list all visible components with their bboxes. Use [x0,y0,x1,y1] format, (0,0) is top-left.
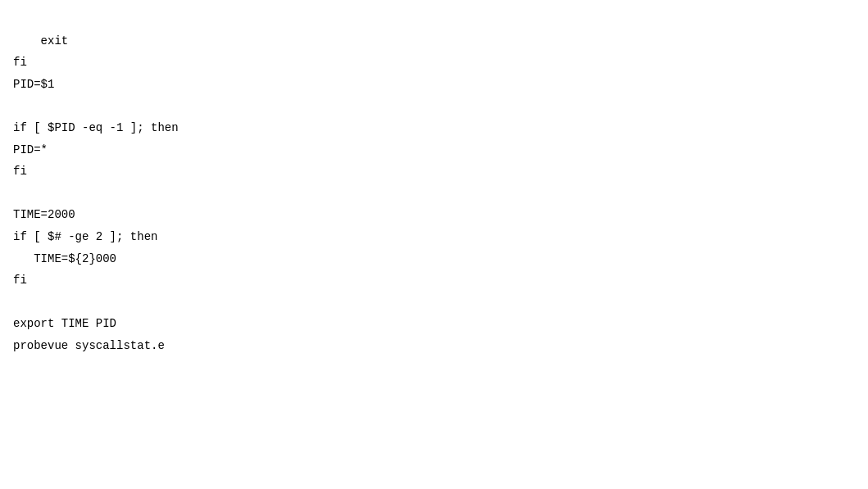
code-line: if [ $# -ge 2 ]; then [13,226,855,248]
code-line [13,183,855,205]
code-editor: exitfiPID=$1 if [ $PID -eq -1 ]; thenPID… [13,8,855,357]
code-line: export TIME PID [13,313,855,335]
code-line: if [ $PID -eq -1 ]; then [13,117,855,139]
code-line [13,95,855,117]
code-line: PID=$1 [13,74,855,96]
code-line: TIME=2000 [13,204,855,226]
code-line: PID=* [13,139,855,161]
code-line: probevue syscallstat.e [13,335,855,357]
code-line: fi [13,269,855,292]
code-line: fi [13,161,855,183]
code-line: fi [13,52,855,74]
code-line: exit [13,30,855,52]
code-line: TIME=${2}000 [13,248,855,270]
code-line [13,292,855,314]
